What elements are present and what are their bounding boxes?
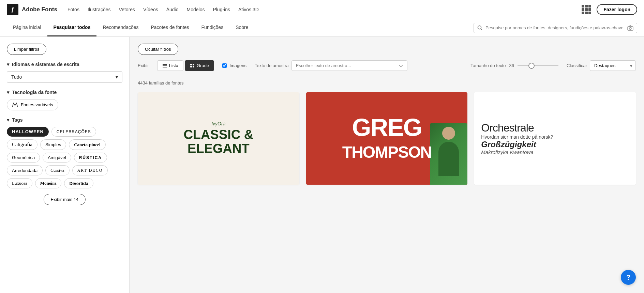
sub-navigation: Página inicial Pesquisar todos Recomenda…	[0, 19, 644, 37]
tag-arredondada[interactable]: Arredondada	[7, 165, 43, 175]
font-size-label: Tamanho do texto	[470, 63, 506, 68]
tech-section-title: Tecnologia da fonte	[12, 90, 57, 95]
tech-filter-section: ▾ Tecnologia da fonte Fontes variáveis	[7, 90, 122, 110]
content-layout: Limpar filtros ▾ Idiomas e sistemas de e…	[0, 37, 644, 293]
display-bar: Exibir Lista	[138, 60, 636, 75]
sidebar: Limpar filtros ▾ Idiomas e sistemas de e…	[0, 37, 130, 293]
language-section-header[interactable]: ▾ Idiomas e sistemas de escrita	[7, 62, 122, 67]
nav-vetores[interactable]: Vetores	[119, 5, 135, 14]
nav-modelos[interactable]: Modelos	[187, 5, 205, 14]
nav-audio[interactable]: Áudio	[166, 5, 179, 14]
nav-ativos3d[interactable]: Ativos 3D	[238, 5, 259, 14]
subnav-recommendations[interactable]: Recomendações	[96, 19, 145, 36]
tag-cursiva[interactable]: Cursiva	[45, 165, 69, 175]
font-preview-orchestrale: Orchestrale Hvordan sier man dette på no…	[474, 92, 636, 185]
orch-sub2-text: Großzügigkeit	[481, 140, 536, 149]
font-preview-ivyora: IvyOra CLASSIC & ELEGANT	[138, 92, 299, 185]
adobe-logo-icon: ƒ	[7, 4, 18, 15]
list-view-button[interactable]: Lista	[157, 60, 183, 71]
language-dropdown-chevron: ▾	[116, 74, 118, 80]
language-filter-section: ▾ Idiomas e sistemas de escrita Tudo ▾	[7, 62, 122, 83]
grid-view-label: Grade	[197, 63, 209, 68]
sample-text-input[interactable]	[296, 63, 396, 68]
search-bar	[474, 23, 637, 33]
grid-view-button[interactable]: Grade	[185, 60, 214, 71]
classify-select[interactable]: Destaques Mais recentes Mais populares N…	[590, 60, 636, 71]
filters-bar: Ocultar filtros	[138, 44, 636, 55]
clear-filters-button[interactable]: Limpar filtros	[7, 44, 46, 55]
svg-rect-7	[190, 64, 192, 65]
subnav-about[interactable]: Sobre	[229, 19, 254, 36]
nav-fotos[interactable]: Fotos	[68, 5, 79, 14]
search-icon	[477, 25, 483, 31]
nav-right-area: Fazer logon	[582, 4, 637, 15]
tag-caneta-pincel[interactable]: Caneta-pincel	[69, 139, 105, 150]
tag-geometrica[interactable]: Geométrica	[7, 153, 40, 163]
orch-sub3-text: Makrofizyka Kwantowa	[481, 149, 533, 155]
font-count: 4434 famílias de fontes	[138, 80, 636, 86]
font-grid: IvyOra CLASSIC & ELEGANT	[138, 92, 636, 185]
tag-rustica[interactable]: RÚSTICA	[74, 153, 107, 163]
ivyora-preview-main: CLASSIC & ELEGANT	[183, 128, 253, 156]
svg-line-1	[481, 29, 482, 30]
classify-wrapper: Destaques Mais recentes Mais populares N…	[590, 60, 636, 71]
tags-grid: HALLOWEEN CELEBRAÇÕES Caligrafia Simples…	[7, 127, 122, 188]
orch-main-text: Orchestrale	[481, 122, 534, 134]
language-dropdown[interactable]: Tudo ▾	[7, 71, 122, 83]
subnav-search-all[interactable]: Pesquisar todos	[47, 19, 97, 36]
tech-chevron-icon: ▾	[7, 90, 9, 95]
language-section-title: Idiomas e sistemas de escrita	[12, 62, 79, 67]
images-checkbox[interactable]	[222, 63, 227, 68]
main-nav-links: Fotos Ilustrações Vetores Vídeos Áudio M…	[68, 5, 582, 14]
search-input[interactable]	[485, 25, 625, 30]
help-button[interactable]: ?	[621, 270, 636, 285]
tech-section-header[interactable]: ▾ Tecnologia da fonte	[7, 90, 122, 95]
svg-rect-2	[628, 27, 633, 30]
variable-fonts-button[interactable]: Fontes variáveis	[7, 99, 58, 110]
sample-text-input-wrapper	[291, 60, 407, 71]
display-label: Exibir	[138, 63, 149, 68]
tags-filter-section: ▾ Tags HALLOWEEN CELEBRAÇÕES Caligrafia …	[7, 117, 122, 205]
tag-celebracoes[interactable]: CELEBRAÇÕES	[51, 127, 96, 137]
hide-filters-button[interactable]: Ocultar filtros	[138, 44, 178, 55]
tag-luxuosa[interactable]: Luxuosa	[7, 178, 32, 188]
variable-fonts-label: Fontes variáveis	[21, 102, 53, 107]
tag-moneira[interactable]: Moneira	[35, 178, 62, 188]
ivyora-preview-sub: IvyOra	[211, 121, 225, 126]
nav-plugins[interactable]: Plug-ins	[213, 5, 230, 14]
subnav-home[interactable]: Página inicial	[7, 19, 47, 36]
svg-rect-8	[193, 64, 194, 65]
font-card-operetta: Orchestrale Hvordan sier man dette på no…	[474, 92, 636, 185]
tag-divertida[interactable]: Divertida	[64, 178, 93, 188]
main-content: Ocultar filtros Exibir Lista	[130, 37, 644, 293]
sample-text-label: Texto de amostra	[255, 63, 289, 68]
logo-link[interactable]: ƒ Adobe Fonts	[7, 4, 57, 15]
tags-section-title: Tags	[12, 117, 23, 123]
camera-icon[interactable]	[627, 25, 633, 31]
apps-grid-icon[interactable]	[582, 5, 591, 14]
font-card-agenda-one: GREG THOMPSON	[306, 92, 468, 185]
svg-point-3	[629, 27, 631, 29]
view-buttons: Lista Grade	[157, 60, 214, 71]
sample-dropdown-icon[interactable]	[399, 64, 403, 67]
subnav-font-packs[interactable]: Pacotes de fontes	[145, 19, 195, 36]
tag-amigavel[interactable]: Amigável	[43, 153, 71, 163]
orch-sub1-text: Hvordan sier man dette på norsk?	[481, 134, 553, 140]
show-more-tags-button[interactable]: Exibir mais 14	[44, 194, 86, 205]
tag-halloween[interactable]: HALLOWEEN	[7, 127, 49, 137]
tag-artdeco[interactable]: ART DECO	[72, 165, 108, 175]
nav-videos[interactable]: Vídeos	[143, 5, 158, 14]
font-preview-greg: GREG THOMPSON	[306, 92, 468, 185]
subnav-foundries[interactable]: Fundições	[195, 19, 230, 36]
tags-section-header[interactable]: ▾ Tags	[7, 117, 122, 123]
tag-caligrafia[interactable]: Caligrafia	[7, 139, 38, 150]
greg-preview-text: GREG THOMPSON	[342, 117, 431, 161]
font-size-slider[interactable]	[518, 65, 558, 66]
nav-ilustracoes[interactable]: Ilustrações	[88, 5, 111, 14]
login-button[interactable]: Fazer logon	[597, 4, 637, 15]
tag-simples[interactable]: Simples	[40, 139, 66, 150]
classify-area: Classificar Destaques Mais recentes Mais…	[567, 60, 636, 71]
language-dropdown-value: Tudo	[11, 74, 22, 80]
app-title: Adobe Fonts	[22, 6, 57, 13]
images-label: Imagens	[229, 63, 246, 68]
